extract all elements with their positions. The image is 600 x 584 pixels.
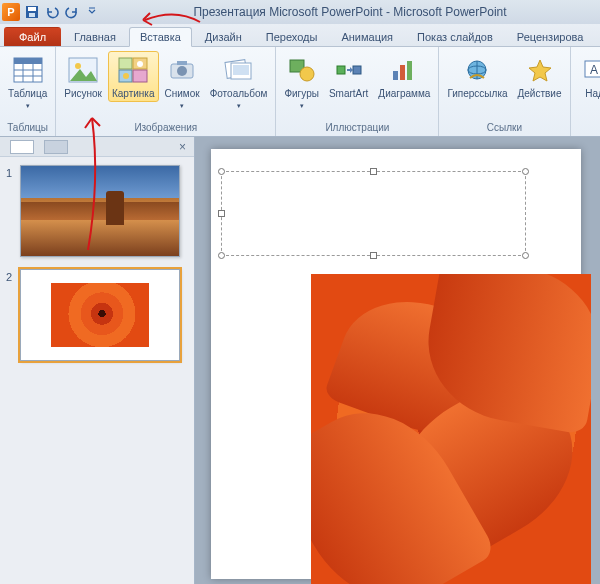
qat-dropdown-icon[interactable] xyxy=(84,4,100,20)
hyperlink-button[interactable]: Гиперссылка xyxy=(443,51,511,102)
tab-slideshow[interactable]: Показ слайдов xyxy=(406,27,504,46)
save-icon[interactable] xyxy=(24,4,40,20)
svg-point-11 xyxy=(75,63,81,69)
resize-handle[interactable] xyxy=(370,168,377,175)
hyperlink-label: Гиперссылка xyxy=(447,88,507,99)
chart-icon xyxy=(388,54,420,86)
clipart-button[interactable]: Картинка xyxy=(108,51,159,102)
shapes-button[interactable]: Фигуры▾ xyxy=(280,51,322,114)
picture-label: Рисунок xyxy=(64,88,102,99)
resize-handle[interactable] xyxy=(218,252,225,259)
svg-rect-1 xyxy=(28,7,36,11)
resize-handle[interactable] xyxy=(370,252,377,259)
title-bar: P Презентация Microsoft PowerPoint - Mic… xyxy=(0,0,600,24)
svg-rect-29 xyxy=(400,65,405,80)
action-icon xyxy=(524,54,556,86)
thumbnail-number: 1 xyxy=(6,165,20,257)
textbox-button[interactable]: A Над xyxy=(575,51,601,102)
app-icon: P xyxy=(2,3,20,21)
table-button[interactable]: Таблица▾ xyxy=(4,51,51,114)
thumbnail-preview xyxy=(20,165,180,257)
window-title: Презентация Microsoft PowerPoint - Micro… xyxy=(100,5,600,19)
chart-button[interactable]: Диаграмма xyxy=(374,51,434,102)
picture-button[interactable]: Рисунок xyxy=(60,51,106,102)
group-tables: Таблица▾ Таблицы xyxy=(0,47,56,136)
tab-insert[interactable]: Вставка xyxy=(129,27,192,47)
resize-handle[interactable] xyxy=(522,252,529,259)
undo-icon[interactable] xyxy=(44,4,60,20)
work-area: × 1 2 xyxy=(0,137,600,584)
photoalbum-label: Фотоальбом xyxy=(210,88,268,99)
thumbnail-tab-outline[interactable] xyxy=(44,140,68,154)
quick-access-toolbar xyxy=(24,4,100,20)
thumbnail-tabs: × xyxy=(0,137,194,157)
svg-point-17 xyxy=(137,61,143,67)
hyperlink-icon xyxy=(461,54,493,86)
chevron-down-icon: ▾ xyxy=(26,102,30,109)
textbox-label: Над xyxy=(585,88,600,99)
screenshot-label: Снимок xyxy=(165,88,200,99)
smartart-button[interactable]: SmartArt xyxy=(325,51,372,102)
chevron-down-icon: ▾ xyxy=(237,102,241,109)
thumbnail-preview xyxy=(20,269,180,361)
ribbon-tabs: Файл Главная Вставка Дизайн Переходы Ани… xyxy=(0,24,600,47)
svg-rect-30 xyxy=(407,61,412,80)
resize-handle[interactable] xyxy=(218,210,225,217)
chart-label: Диаграмма xyxy=(378,88,430,99)
tab-design[interactable]: Дизайн xyxy=(194,27,253,46)
svg-rect-26 xyxy=(337,66,345,74)
title-placeholder[interactable] xyxy=(221,171,526,256)
group-links: Гиперссылка Действие Ссылки xyxy=(439,47,570,136)
group-illustrations: Фигуры▾ SmartArt Диаграмма Иллюстрации xyxy=(276,47,439,136)
slide xyxy=(211,149,581,579)
redo-icon[interactable] xyxy=(64,4,80,20)
svg-point-19 xyxy=(177,66,187,76)
tab-review[interactable]: Рецензирова xyxy=(506,27,595,46)
svg-rect-15 xyxy=(133,70,147,82)
tab-file[interactable]: Файл xyxy=(4,27,61,46)
svg-rect-5 xyxy=(14,58,42,64)
table-icon xyxy=(12,54,44,86)
svg-point-16 xyxy=(123,73,129,79)
thumbnail-item[interactable]: 2 xyxy=(6,269,188,361)
action-button[interactable]: Действие xyxy=(514,51,566,102)
tab-home[interactable]: Главная xyxy=(63,27,127,46)
clipart-icon xyxy=(117,54,149,86)
group-images: Рисунок Картинка Снимок▾ Фотоальбом▾ Изо… xyxy=(56,47,276,136)
svg-point-25 xyxy=(300,67,314,81)
shapes-label: Фигуры xyxy=(284,88,318,99)
svg-rect-28 xyxy=(393,71,398,80)
svg-rect-27 xyxy=(353,66,361,74)
svg-rect-23 xyxy=(233,65,249,75)
group-images-label: Изображения xyxy=(56,120,275,136)
smartart-icon xyxy=(333,54,365,86)
slide-thumbnail-panel: × 1 2 xyxy=(0,137,195,584)
clipart-label: Картинка xyxy=(112,88,155,99)
group-text-label xyxy=(571,120,601,136)
ribbon: Таблица▾ Таблицы Рисунок Картинка Снимок… xyxy=(0,47,600,137)
slide-canvas[interactable] xyxy=(195,137,600,584)
tab-animation[interactable]: Анимация xyxy=(330,27,404,46)
group-tables-label: Таблицы xyxy=(0,120,55,136)
group-illustrations-label: Иллюстрации xyxy=(276,120,438,136)
smartart-label: SmartArt xyxy=(329,88,368,99)
picture-icon xyxy=(67,54,99,86)
photoalbum-icon xyxy=(223,54,255,86)
resize-handle[interactable] xyxy=(218,168,225,175)
shapes-icon xyxy=(286,54,318,86)
close-icon[interactable]: × xyxy=(179,140,186,154)
svg-rect-20 xyxy=(177,61,187,65)
table-label: Таблица xyxy=(8,88,47,99)
screenshot-button[interactable]: Снимок▾ xyxy=(161,51,204,114)
inserted-image[interactable] xyxy=(311,274,591,584)
photoalbum-button[interactable]: Фотоальбом▾ xyxy=(206,51,272,114)
chevron-down-icon: ▾ xyxy=(180,102,184,109)
resize-handle[interactable] xyxy=(522,168,529,175)
svg-rect-12 xyxy=(119,58,132,69)
thumbnail-tab-slides[interactable] xyxy=(10,140,34,154)
screenshot-icon xyxy=(166,54,198,86)
thumbnail-item[interactable]: 1 xyxy=(6,165,188,257)
tab-transitions[interactable]: Переходы xyxy=(255,27,329,46)
chevron-down-icon: ▾ xyxy=(300,102,304,109)
svg-rect-2 xyxy=(29,13,35,17)
